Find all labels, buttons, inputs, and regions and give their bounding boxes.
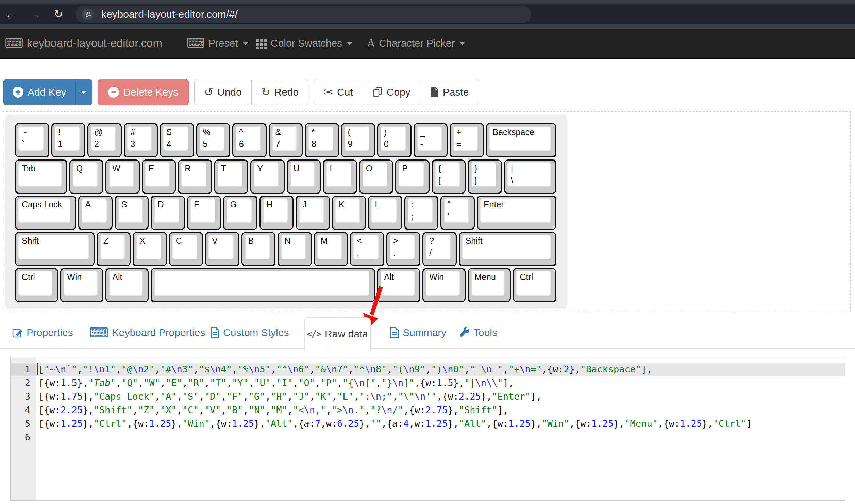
keyboard-key[interactable]: {[: [432, 159, 466, 194]
code-line: [{w:1.5},"Tab","Q","W","E","R","T","Y","…: [36, 376, 845, 390]
keyboard-stage[interactable]: ~`!1@2#3$4%5^6&7*8(9)0_-+=BackspaceTabQW…: [5, 115, 567, 309]
keyboard-key[interactable]: C: [169, 232, 203, 266]
keyboard-key[interactable]: >.: [386, 232, 421, 266]
url-text[interactable]: keyboard-layout-editor.com/#/: [101, 9, 238, 20]
keyboard-key[interactable]: F: [187, 196, 221, 230]
chrome-top-strip: [0, 0, 855, 4]
keyboard-key[interactable]: Caps Lock: [15, 196, 76, 230]
menu-character-picker[interactable]: A Character Picker: [367, 29, 465, 58]
keyboard-key[interactable]: ~`: [15, 123, 49, 157]
keyboard-key[interactable]: X: [133, 232, 167, 266]
keyboard-key[interactable]: }]: [468, 159, 502, 194]
keyboard-key[interactable]: ?/: [422, 232, 457, 266]
keyboard-stage-outline: ~`!1@2#3$4%5^6&7*8(9)0_-+=BackspaceTabQW…: [3, 111, 851, 312]
raw-data-editor[interactable]: 123456 ["~\n`","!\n1","@\n2","#\n3","$\n…: [10, 358, 845, 501]
keyboard-key[interactable]: !1: [51, 123, 86, 157]
keyboard-key[interactable]: @2: [87, 123, 122, 157]
redo-icon: ↻: [261, 87, 270, 98]
undo-button[interactable]: ↺ Undo: [194, 79, 252, 105]
keyboard-key[interactable]: Shift: [459, 232, 556, 266]
add-key-button[interactable]: + Add Key: [3, 79, 75, 105]
keyboard-key[interactable]: A: [78, 196, 113, 230]
edit-icon: [12, 327, 23, 338]
keyboard-key[interactable]: L: [368, 196, 402, 230]
keyboard-key[interactable]: &7: [269, 123, 303, 157]
keyboard-key[interactable]: ^6: [232, 123, 267, 157]
redo-button[interactable]: ↻ Redo: [252, 79, 309, 105]
keyboard-key[interactable]: S: [115, 196, 149, 230]
keyboard-key[interactable]: D: [151, 196, 185, 230]
file-icon: [390, 327, 399, 338]
keyboard-key[interactable]: M: [314, 232, 348, 266]
keyboard-key[interactable]: Enter: [477, 196, 556, 230]
keyboard-key[interactable]: #3: [124, 123, 158, 157]
keyboard-key[interactable]: Shift: [15, 232, 95, 266]
back-icon[interactable]: ←: [1, 4, 20, 24]
keyboard-key[interactable]: J: [296, 196, 330, 230]
address-bar[interactable]: keyboard-layout-editor.com/#/: [76, 6, 531, 23]
keyboard-key[interactable]: Tab: [15, 159, 67, 194]
keyboard-key[interactable]: Alt: [105, 268, 149, 302]
keyboard-key[interactable]: Q: [69, 159, 104, 194]
keyboard-key[interactable]: G: [223, 196, 257, 230]
keyboard-key[interactable]: R: [178, 159, 212, 194]
keyboard-key[interactable]: Win: [422, 268, 466, 302]
reload-icon[interactable]: ↻: [49, 4, 68, 24]
keyboard-key[interactable]: [151, 268, 375, 302]
keyboard-key[interactable]: N: [278, 232, 312, 266]
keyboard-key[interactable]: H: [259, 196, 294, 230]
keyboard-key[interactable]: _-: [414, 123, 448, 157]
keyboard-key[interactable]: $4: [160, 123, 194, 157]
copy-button[interactable]: Copy: [363, 79, 420, 105]
keyboard-key[interactable]: U: [287, 159, 321, 194]
tab-raw-data[interactable]: </> Raw data: [304, 317, 371, 350]
keyboard-key[interactable]: O: [359, 159, 393, 194]
tab-keyboard-properties[interactable]: ⌨ Keyboard Properties: [89, 322, 205, 343]
menu-color-swatches[interactable]: Color Swatches: [256, 29, 352, 58]
keyboard-key[interactable]: B: [241, 232, 276, 266]
keyboard-key[interactable]: "': [440, 196, 475, 230]
keyboard-key[interactable]: Ctrl: [513, 268, 556, 302]
tab-properties[interactable]: Properties: [12, 322, 73, 343]
keyboard-key[interactable]: E: [142, 159, 176, 194]
keyboard-key[interactable]: :;: [404, 196, 439, 230]
keyboard-key[interactable]: +=: [450, 123, 484, 157]
keyboard-key[interactable]: *8: [305, 123, 339, 157]
keyboard-key[interactable]: %5: [196, 123, 231, 157]
cut-button[interactable]: ✂ Cut: [314, 79, 363, 105]
keyboard-key[interactable]: Alt: [377, 268, 420, 302]
keyboard-key[interactable]: Backspace: [486, 123, 556, 157]
keyboard-key[interactable]: (9: [341, 123, 375, 157]
paste-button[interactable]: Paste: [420, 79, 479, 105]
keyboard-key[interactable]: K: [332, 196, 366, 230]
keyboard-key[interactable]: Win: [60, 268, 103, 302]
editor-gutter: 123456: [11, 358, 36, 500]
keyboard-key[interactable]: Y: [250, 159, 285, 194]
undo-icon: ↺: [204, 87, 213, 98]
menu-preset[interactable]: ⌨ Preset: [186, 29, 248, 58]
keyboard-key[interactable]: Menu: [468, 268, 511, 302]
tab-tools[interactable]: Tools: [459, 322, 497, 343]
keyboard-key[interactable]: |\: [504, 159, 556, 194]
tab-custom-styles-label: Custom Styles: [223, 327, 289, 338]
delete-keys-button[interactable]: − Delete Keys: [98, 79, 189, 105]
chevron-down-icon: [243, 42, 248, 45]
tune-icon[interactable]: [82, 8, 94, 20]
forward-icon[interactable]: →: [25, 4, 44, 24]
keyboard-key[interactable]: <,: [350, 232, 384, 266]
keyboard-key[interactable]: Z: [97, 232, 131, 266]
tab-custom-styles[interactable]: Custom Styles: [210, 322, 289, 343]
keyboard-key[interactable]: I: [323, 159, 357, 194]
keyboard-key[interactable]: Ctrl: [15, 268, 58, 302]
tab-summary[interactable]: Summary: [390, 322, 446, 343]
keyboard-key[interactable]: )0: [377, 123, 412, 157]
keyboard-key[interactable]: P: [395, 159, 430, 194]
add-key-dropdown-button[interactable]: [75, 79, 92, 105]
brand[interactable]: ⌨ keyboard-layout-editor.com: [5, 29, 162, 58]
keyboard-key[interactable]: V: [205, 232, 239, 266]
keyboard-key[interactable]: T: [214, 159, 249, 194]
code-line: [{w:2.25},"Shift","Z","X","C","V","B","N…: [36, 403, 845, 417]
keyboard-key[interactable]: W: [105, 159, 140, 194]
copy-icon: [372, 87, 383, 98]
keyboard-icon: ⌨: [89, 326, 109, 339]
